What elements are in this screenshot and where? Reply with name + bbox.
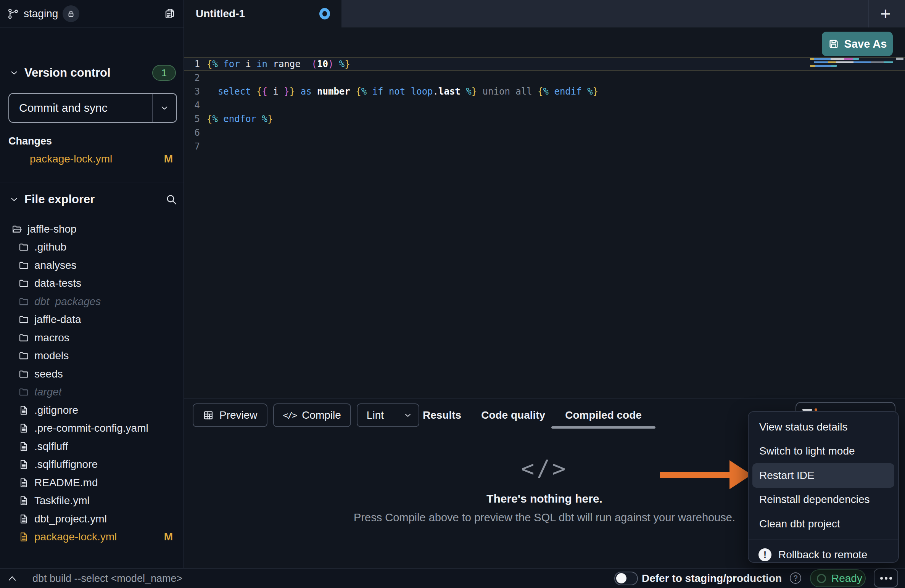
- tab-title: Untitled-1: [196, 8, 245, 20]
- file-tree-item-label: dbt_packages: [34, 296, 101, 308]
- lint-options-dropdown[interactable]: [397, 404, 419, 426]
- file-tree-item-dbt-project-yml[interactable]: dbt_project.yml: [0, 510, 184, 528]
- menu-items: View status detailsSwitch to light modeR…: [749, 415, 898, 536]
- file-icon: [14, 154, 24, 164]
- file-tree-item-data-tests[interactable]: data-tests: [0, 275, 184, 293]
- tab-untitled-1[interactable]: Untitled-1: [184, 0, 341, 27]
- file-tree-item-label: .sqlfluffignore: [34, 458, 98, 471]
- file-tree-item-label: jaffle-data: [34, 313, 81, 326]
- file-tree-item-label: .pre-commit-config.yaml: [34, 422, 148, 434]
- menu-item-view-status-details[interactable]: View status details: [749, 415, 898, 439]
- folder-open-icon: [11, 224, 22, 235]
- code-icon: </>: [283, 410, 297, 420]
- folder-icon: [18, 387, 29, 397]
- file-tree: jaffle-shop .github analyses: [0, 220, 184, 546]
- folder-icon: [18, 314, 29, 325]
- file-tree-item-label: Taskfile.yml: [34, 495, 90, 507]
- file-tree-item-label: models: [34, 350, 69, 362]
- file-explorer-header[interactable]: File explorer: [9, 193, 177, 206]
- more-options-button[interactable]: [874, 569, 898, 588]
- results-tab-code-quality[interactable]: Code quality: [481, 409, 545, 421]
- code-line[interactable]: 1 {% for i in range (10) %}: [184, 57, 905, 71]
- file-tree-item-analyses[interactable]: analyses: [0, 256, 184, 275]
- chevron-up-icon[interactable]: [7, 574, 18, 583]
- file-tree-item--sqlfluffignore[interactable]: .sqlfluffignore: [0, 456, 184, 474]
- file-tree-item--gitignore[interactable]: .gitignore: [0, 401, 184, 419]
- line-number: 6: [184, 127, 200, 138]
- results-tab-compiled-code[interactable]: Compiled code: [565, 409, 642, 421]
- command-input[interactable]: dbt build --select <model_name>: [32, 569, 182, 588]
- results-tabs: ResultsCode qualityCompiled code: [423, 403, 642, 427]
- status-ring-icon: [817, 574, 826, 583]
- line-content: {% for i in range (10) %}: [207, 59, 350, 69]
- file-tree-item-label: seeds: [34, 368, 63, 380]
- code-area[interactable]: 1 {% for i in range (10) %} 2 3 select {…: [184, 57, 905, 398]
- file-tree-item-label: macros: [34, 332, 69, 344]
- file-tree-item-macros[interactable]: macros: [0, 329, 184, 347]
- file-tree-item--github[interactable]: .github: [0, 238, 184, 257]
- file-tree-item-label: README.md: [34, 477, 98, 489]
- save-icon: [828, 38, 839, 50]
- toolbar-divider: [370, 398, 370, 435]
- file-tree-item-target[interactable]: target: [0, 383, 184, 402]
- modified-badge: M: [164, 531, 173, 543]
- preview-button[interactable]: Preview: [193, 403, 267, 427]
- code-line[interactable]: 5 {% endfor %}: [184, 112, 905, 126]
- folder-icon: [18, 369, 29, 379]
- code-line[interactable]: 2: [184, 71, 905, 85]
- folder-icon: [18, 260, 29, 271]
- chevron-down-icon: [9, 194, 19, 204]
- menu-item-switch-to-light-mode[interactable]: Switch to light mode: [749, 439, 898, 464]
- copy-icon[interactable]: [164, 8, 176, 20]
- version-control-header[interactable]: Version control 1: [9, 65, 176, 81]
- file-tree-item--pre-commit-config-yaml[interactable]: .pre-commit-config.yaml: [0, 419, 184, 438]
- file-tree-item-seeds[interactable]: seeds: [0, 365, 184, 383]
- commit-options-dropdown[interactable]: [152, 94, 176, 122]
- lint-button[interactable]: Lint: [357, 403, 419, 427]
- save-as-button[interactable]: Save As: [822, 32, 893, 56]
- file-tree-item-jaffle-shop[interactable]: jaffle-shop: [0, 220, 184, 238]
- results-tab-results[interactable]: Results: [423, 409, 461, 421]
- compile-button[interactable]: </> Compile: [273, 403, 351, 427]
- file-tree-item-label: jaffle-shop: [27, 223, 77, 235]
- menu-item-clean-dbt-project[interactable]: Clean dbt project: [749, 512, 898, 536]
- new-tab-button[interactable]: +: [869, 0, 902, 27]
- code-line[interactable]: 4: [184, 98, 905, 112]
- file-icon: [18, 423, 29, 434]
- file-tree-item-taskfile-yml[interactable]: Taskfile.yml: [0, 492, 184, 510]
- file-tree-item-models[interactable]: models: [0, 347, 184, 365]
- folder-icon: [18, 278, 29, 289]
- file-tree-item-package-lock-yml[interactable]: package-lock.yml M: [0, 528, 184, 546]
- results-toolbar: Preview </> Compile Lint: [193, 403, 419, 427]
- defer-toggle[interactable]: [614, 572, 638, 585]
- file-tree-item-readme-md[interactable]: README.md: [0, 474, 184, 492]
- menu-item-restart-ide[interactable]: Restart IDE: [752, 463, 894, 488]
- code-line[interactable]: 7: [184, 140, 905, 153]
- help-icon[interactable]: ?: [790, 572, 801, 584]
- file-tree-item-dbt-packages[interactable]: dbt_packages: [0, 292, 184, 311]
- file-tree-item--sqlfluff[interactable]: .sqlfluff: [0, 437, 184, 456]
- changed-file-row[interactable]: package-lock.yml M: [14, 151, 176, 167]
- lock-icon: [66, 9, 76, 18]
- file-icon: [18, 514, 29, 524]
- editor-scrollbar[interactable]: [896, 58, 903, 60]
- line-number: 1: [184, 59, 200, 69]
- version-control-title: Version control: [24, 66, 111, 80]
- folder-icon: [18, 350, 29, 361]
- file-tree-item-label: .github: [34, 241, 66, 253]
- line-number: 7: [184, 141, 200, 152]
- folder-icon: [18, 242, 29, 252]
- menu-item-rollback-to-remote[interactable]: ! Rollback to remote: [749, 543, 898, 566]
- status-badge[interactable]: Ready: [810, 569, 866, 587]
- modified-badge: M: [164, 153, 173, 165]
- commit-and-sync-button[interactable]: Commit and sync: [8, 93, 177, 123]
- line-number: 5: [184, 114, 200, 124]
- menu-item-reinstall-dependencies[interactable]: Reinstall dependencies: [749, 488, 898, 512]
- minimap[interactable]: [810, 58, 895, 68]
- file-icon: [18, 477, 29, 488]
- code-line[interactable]: 3 select {{ i }} as number {% if not loo…: [184, 85, 905, 98]
- search-icon[interactable]: [165, 193, 177, 206]
- code-line[interactable]: 6: [184, 126, 905, 140]
- file-tree-item-jaffle-data[interactable]: jaffle-data: [0, 311, 184, 329]
- unsaved-indicator-dot: [319, 8, 330, 19]
